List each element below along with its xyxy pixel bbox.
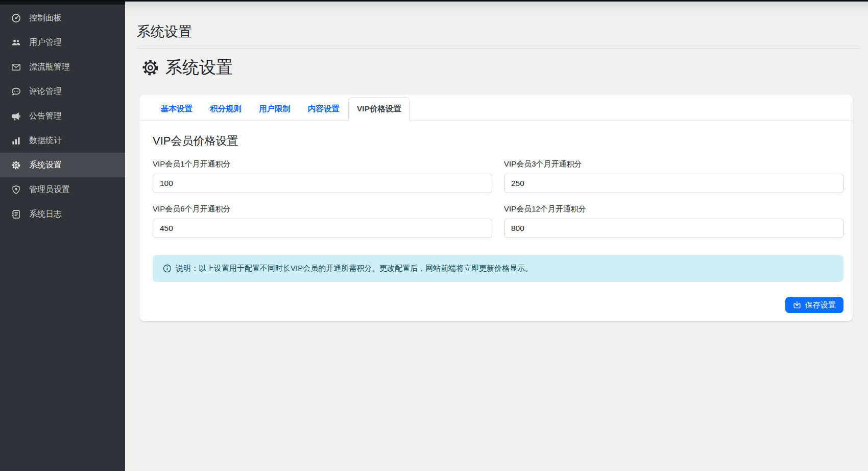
tab-vip-price-settings[interactable]: VIP价格设置 [348, 97, 410, 121]
field-label: VIP会员3个月开通积分 [504, 159, 843, 169]
gear-icon [10, 159, 21, 171]
users-icon [10, 37, 21, 48]
sidebar-item-label: 系统日志 [29, 209, 62, 220]
sidebar-nav: 控制面板 用户管理 漂流瓶管理 [0, 5, 125, 226]
sidebar: 控制面板 用户管理 漂流瓶管理 [0, 0, 125, 471]
settings-tabs: 基本设置 积分规则 用户限制 内容设置 VIP价格设置 [139, 95, 853, 121]
field-label: VIP会员12个月开通积分 [504, 204, 843, 214]
sidebar-item-users[interactable]: 用户管理 [0, 30, 125, 55]
journal-icon [10, 208, 21, 220]
sidebar-item-label: 公告管理 [29, 111, 62, 122]
megaphone-icon [10, 110, 21, 122]
bar-chart-icon [10, 135, 21, 146]
save-button-label: 保存设置 [805, 300, 836, 310]
speedometer-icon [10, 12, 21, 23]
sidebar-item-announcements[interactable]: 公告管理 [0, 104, 125, 128]
vip-price-form: VIP会员1个月开通积分 VIP会员3个月开通积分 VIP会员6个月开通积分 V… [153, 159, 843, 238]
sidebar-item-system-logs[interactable]: 系统日志 [0, 202, 125, 226]
save-settings-button[interactable]: 保存设置 [785, 297, 843, 313]
field-label: VIP会员1个月开通积分 [153, 159, 492, 169]
section-heading: 系统设置 [141, 56, 859, 79]
sidebar-item-label: 漂流瓶管理 [29, 62, 70, 73]
save-icon [793, 301, 801, 309]
field-vip-3-month: VIP会员3个月开通积分 [504, 159, 843, 193]
settings-card: 基本设置 积分规则 用户限制 内容设置 VIP价格设置 VIP会员价格设置 VI… [139, 95, 853, 321]
sidebar-item-label: 控制面板 [29, 13, 62, 23]
envelope-icon [10, 61, 21, 73]
top-black-bar [0, 0, 868, 2]
sidebar-item-label: 用户管理 [29, 37, 62, 48]
tab-basic-settings[interactable]: 基本设置 [152, 97, 201, 121]
field-label: VIP会员6个月开通积分 [153, 204, 492, 214]
sidebar-item-label: 管理员设置 [29, 184, 70, 195]
tab-points-rules[interactable]: 积分规则 [201, 97, 250, 121]
page-title: 系统设置 [137, 22, 859, 41]
tab-panel-vip-prices: VIP会员价格设置 VIP会员1个月开通积分 VIP会员3个月开通积分 VIP会… [139, 121, 853, 321]
sidebar-item-bottles[interactable]: 漂流瓶管理 [0, 55, 125, 79]
header-divider [137, 48, 859, 49]
field-vip-1-month: VIP会员1个月开通积分 [153, 159, 492, 193]
sidebar-item-admin-settings[interactable]: 管理员设置 [0, 177, 125, 202]
vip-6-month-input[interactable] [153, 219, 492, 238]
sidebar-item-dashboard[interactable]: 控制面板 [0, 6, 125, 30]
shield-icon [10, 184, 21, 195]
sidebar-item-comments[interactable]: 评论管理 [0, 79, 125, 104]
card-footer: 保存设置 [153, 297, 843, 313]
panel-title: VIP会员价格设置 [153, 133, 843, 149]
gear-icon [141, 58, 160, 77]
vip-12-month-input[interactable] [504, 219, 843, 238]
chat-dots-icon [10, 86, 21, 97]
field-vip-12-month: VIP会员12个月开通积分 [504, 204, 843, 238]
info-icon [163, 264, 172, 273]
sidebar-item-label: 数据统计 [29, 135, 62, 146]
info-alert: 说明：以上设置用于配置不同时长VIP会员的开通所需积分。更改配置后，网站前端将立… [153, 255, 843, 282]
sidebar-item-label: 评论管理 [29, 86, 62, 97]
sidebar-item-label: 系统设置 [29, 160, 62, 171]
main-content: 系统设置 系统设置 基本设置 积分规则 用户限制 内容设置 VIP价格设置 VI… [125, 2, 868, 471]
tab-content-settings[interactable]: 内容设置 [299, 97, 348, 121]
tab-user-limits[interactable]: 用户限制 [250, 97, 299, 121]
sidebar-item-statistics[interactable]: 数据统计 [0, 128, 125, 153]
vip-3-month-input[interactable] [504, 174, 843, 193]
field-vip-6-month: VIP会员6个月开通积分 [153, 204, 492, 238]
section-title: 系统设置 [165, 56, 233, 79]
vip-1-month-input[interactable] [153, 174, 492, 193]
sidebar-item-system-settings[interactable]: 系统设置 [0, 153, 125, 177]
info-alert-text: 说明：以上设置用于配置不同时长VIP会员的开通所需积分。更改配置后，网站前端将立… [176, 264, 533, 273]
